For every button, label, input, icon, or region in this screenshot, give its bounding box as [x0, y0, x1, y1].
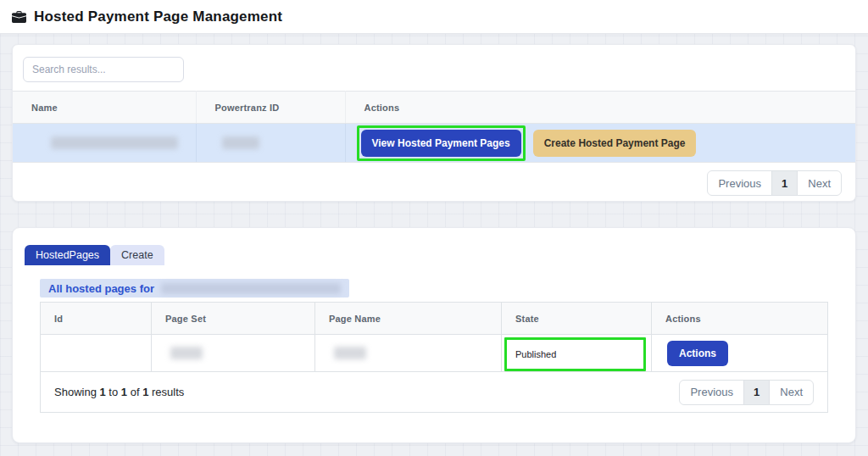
col-header-state: State — [502, 303, 652, 335]
hosted-pages-pagination: Previous 1 Next — [679, 380, 814, 405]
view-hosted-payment-pages-button[interactable]: View Hosted Payment Pages — [361, 130, 521, 157]
previous-page-button-2[interactable]: Previous — [679, 380, 744, 405]
col-header-page-set: Page Set — [152, 303, 315, 335]
tab-create[interactable]: Create — [110, 245, 164, 265]
page-header: Hosted Payment Page Management — [0, 0, 868, 34]
redacted-merchant-title — [161, 283, 341, 294]
search-input[interactable] — [23, 57, 184, 82]
row-actions-button[interactable]: Actions — [667, 341, 728, 366]
annotation-box-view-button: View Hosted Payment Pages — [357, 125, 526, 161]
redacted-merchant-name — [51, 136, 178, 149]
hosted-page-row: Published Actions — [41, 335, 828, 372]
redacted-page-set — [170, 347, 203, 359]
merchant-row-selected[interactable]: View Hosted Payment Pages Create Hosted … — [13, 124, 855, 163]
hosted-pages-tabs: HostedPages Create — [25, 245, 843, 265]
redacted-powertranz-id — [222, 136, 259, 149]
briefcase-icon — [12, 10, 26, 25]
hosted-pages-heading: All hosted pages for — [40, 279, 349, 298]
col-header-actions: Actions — [345, 92, 855, 124]
merchants-pagination: Previous 1 Next — [707, 170, 842, 196]
state-value: Published — [502, 349, 556, 359]
col-header-powertranz-id: Powertranz ID — [196, 92, 345, 124]
col-header-page-name: Page Name — [315, 303, 502, 335]
col-header-id: Id — [41, 303, 152, 335]
heading-label: All hosted pages for — [48, 282, 154, 295]
id-cell — [41, 335, 152, 372]
create-hosted-payment-page-button[interactable]: Create Hosted Payment Page — [533, 130, 697, 157]
results-summary: Showing 1 to 1 of 1 results — [54, 386, 184, 398]
col-header-actions2: Actions — [652, 303, 828, 335]
state-cell: Published — [502, 335, 652, 372]
merchants-panel: Name Powertranz ID Actions View Hosted P… — [12, 44, 856, 202]
col-header-name: Name — [13, 92, 196, 124]
page-number-button[interactable]: 1 — [771, 170, 798, 196]
page-title: Hosted Payment Page Management — [34, 8, 282, 25]
page-number-button-2[interactable]: 1 — [743, 380, 770, 405]
hostedpages-tab-content: All hosted pages for Id Page Set Page Na… — [25, 265, 843, 413]
redacted-page-name — [334, 347, 366, 359]
next-page-button[interactable]: Next — [797, 170, 842, 196]
tab-hostedpages[interactable]: HostedPages — [25, 245, 110, 265]
hosted-pages-panel: HostedPages Create All hosted pages for … — [12, 227, 856, 443]
next-page-button-2[interactable]: Next — [769, 380, 814, 405]
merchants-table: Name Powertranz ID Actions View Hosted P… — [13, 91, 855, 163]
previous-page-button[interactable]: Previous — [707, 170, 772, 196]
table-footer: Showing 1 to 1 of 1 results Previous 1 N… — [40, 372, 828, 413]
hosted-pages-table: Id Page Set Page Name State Actions Publ… — [40, 302, 828, 372]
